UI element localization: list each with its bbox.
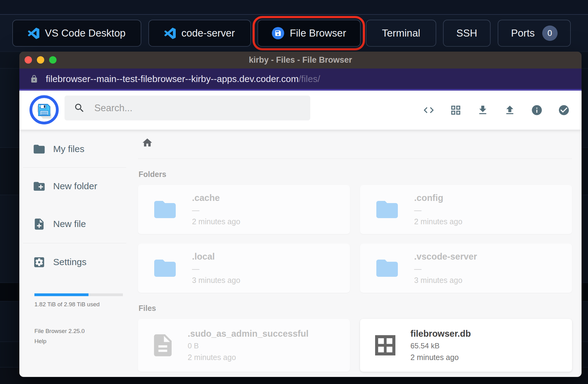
folder-card-config[interactable]: .config — 2 minutes ago [360, 185, 572, 234]
section-title-folders: Folders [139, 170, 572, 179]
window-title: kirby - Files - File Browser [19, 52, 582, 69]
search-bar[interactable] [65, 96, 310, 120]
download-icon[interactable] [477, 104, 489, 116]
sidebar-item-label: My files [53, 144, 84, 154]
sidebar-item-settings[interactable]: Settings [33, 254, 86, 270]
button-label: code-server [181, 27, 235, 39]
file-card-filebrowser-db[interactable]: filebrowser.db 65.54 kB 2 minutes ago [360, 319, 572, 372]
file-icon [150, 329, 176, 361]
sidebar-item-label: New file [53, 219, 86, 229]
sidebar-item-my-files[interactable]: My files [33, 141, 84, 157]
search-icon [74, 102, 85, 114]
vscode-icon [164, 28, 176, 39]
folder-card-local[interactable]: .local — 3 minutes ago [138, 244, 350, 293]
sidebar-divider [23, 167, 126, 168]
folder-card-cache[interactable]: .cache — 2 minutes ago [138, 185, 350, 234]
sidebar-divider [23, 243, 126, 243]
app-version: File Browser 2.25.0 [34, 328, 85, 335]
item-size: — [192, 264, 240, 273]
folder-icon [150, 255, 180, 281]
item-name: .sudo_as_admin_successful [188, 329, 308, 339]
item-modified: 2 minutes ago [192, 217, 240, 226]
grid-view-icon[interactable] [450, 104, 462, 116]
help-link[interactable]: Help [34, 338, 46, 345]
folder-icon [372, 255, 402, 281]
sidebar-item-label: New folder [53, 181, 97, 191]
storage-usage-bar [34, 293, 123, 296]
button-label: VS Code Desktop [45, 27, 125, 39]
sidebar-item-new-folder[interactable]: New folder [33, 178, 97, 194]
item-size: 0 B [188, 342, 308, 350]
storage-usage-label: 1.82 TiB of 2.98 TiB used [34, 301, 100, 308]
vscode-desktop-button[interactable]: VS Code Desktop [12, 20, 141, 47]
url-path: /files/ [299, 74, 320, 84]
button-label: SSH [457, 27, 477, 39]
close-window-button[interactable] [25, 56, 32, 64]
item-details: .sudo_as_admin_successful 0 B 2 minutes … [188, 329, 308, 362]
zoom-window-button[interactable] [49, 56, 57, 64]
code-icon[interactable] [423, 104, 435, 116]
breadcrumb-divider [138, 159, 572, 159]
item-size: — [192, 206, 240, 214]
screen: VS Code Desktop code-server File Browser… [0, 0, 588, 384]
item-modified: 3 minutes ago [414, 276, 477, 285]
item-size: — [414, 206, 462, 214]
filebrowser-logo[interactable] [29, 95, 59, 124]
storage-usage-fill [34, 293, 88, 296]
sidebar-item-label: Settings [53, 257, 86, 267]
file-listing: Folders .cache — 2 minutes ago .con [137, 130, 582, 377]
check-circle-icon[interactable] [558, 104, 570, 116]
ports-count-badge: 0 [542, 25, 558, 41]
item-size: — [414, 264, 477, 273]
item-name: .config [414, 193, 462, 203]
item-details: .cache — 2 minutes ago [192, 193, 240, 226]
search-input[interactable] [94, 102, 303, 114]
terminal-button[interactable]: Terminal [366, 20, 436, 47]
folder-card-vscode-server[interactable]: .vscode-server — 3 minutes ago [360, 244, 572, 293]
item-modified: 2 minutes ago [188, 353, 308, 362]
url-text: filebrowser--main--test-filebrowser--kir… [46, 74, 320, 84]
browser-window: kirby - Files - File Browser filebrowser… [19, 52, 582, 377]
item-name: .cache [192, 193, 240, 203]
ports-button[interactable]: Ports 0 [498, 20, 571, 47]
lock-icon [30, 75, 38, 83]
sidebar-item-new-file[interactable]: New file [33, 216, 86, 232]
folder-icon [33, 143, 46, 156]
new-folder-icon [33, 180, 46, 193]
filebrowser-body: My files New folder New file Settings [19, 130, 582, 377]
sidebar: My files New folder New file Settings [19, 130, 137, 377]
settings-icon [33, 256, 46, 269]
item-details: .vscode-server — 3 minutes ago [414, 252, 477, 285]
button-label: Ports [511, 27, 535, 39]
item-modified: 2 minutes ago [410, 353, 471, 362]
folder-icon [150, 197, 180, 222]
files-grid: .sudo_as_admin_successful 0 B 2 minutes … [138, 319, 572, 372]
info-icon[interactable] [531, 104, 543, 116]
item-name: filebrowser.db [410, 329, 471, 339]
item-details: .config — 2 minutes ago [414, 193, 462, 226]
item-size: 65.54 kB [410, 342, 471, 350]
address-bar[interactable]: filebrowser--main--test-filebrowser--kir… [19, 69, 582, 91]
section-title-files: Files [139, 304, 572, 313]
window-titlebar: kirby - Files - File Browser [19, 52, 582, 69]
minimize-window-button[interactable] [37, 56, 44, 64]
code-server-button[interactable]: code-server [148, 20, 251, 47]
ssh-button[interactable]: SSH [443, 20, 491, 47]
item-modified: 3 minutes ago [192, 276, 240, 285]
item-details: filebrowser.db 65.54 kB 2 minutes ago [410, 329, 471, 362]
url-host: filebrowser--main--test-filebrowser--kir… [46, 74, 299, 84]
vscode-icon [28, 28, 39, 39]
traffic-lights [25, 56, 57, 64]
new-file-icon [33, 217, 46, 231]
item-name: .vscode-server [414, 252, 477, 262]
item-modified: 2 minutes ago [414, 217, 462, 226]
upload-icon[interactable] [504, 104, 516, 116]
file-card-sudo-as-admin-successful[interactable]: .sudo_as_admin_successful 0 B 2 minutes … [138, 319, 350, 372]
database-file-icon [372, 332, 399, 359]
item-details: .local — 3 minutes ago [192, 252, 240, 285]
folder-icon [372, 197, 402, 222]
home-breadcrumb-icon[interactable] [142, 137, 153, 148]
filebrowser-header [19, 91, 582, 130]
header-toolbar [423, 91, 570, 130]
item-name: .local [192, 252, 240, 262]
